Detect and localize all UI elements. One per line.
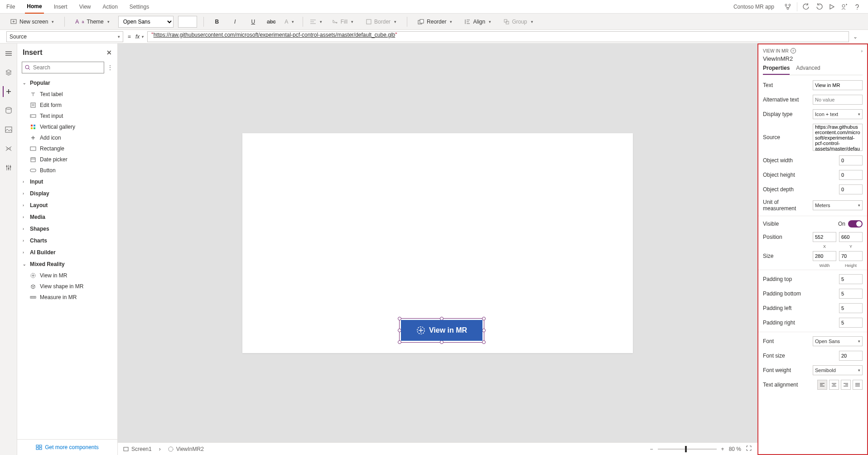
underline-button[interactable]: U	[246, 16, 260, 28]
align-button[interactable]: Align▾	[461, 16, 495, 28]
insert-view-in-mr[interactable]: View in MR	[17, 270, 117, 281]
insert-vertical-gallery[interactable]: Vertical gallery	[17, 121, 117, 132]
tab-settings[interactable]: Settings	[128, 0, 151, 14]
version-control-icon[interactable]	[781, 0, 794, 13]
insert-edit-form[interactable]: Edit form	[17, 100, 117, 111]
text-align-button[interactable]: ▾	[309, 16, 323, 28]
font-select[interactable]: Open Sans	[118, 16, 174, 28]
rail-media-icon[interactable]	[3, 124, 14, 135]
prop-displaytype-select[interactable]: Icon + text▾	[813, 109, 863, 119]
tab-file[interactable]: File	[5, 0, 17, 14]
canvas-screen[interactable]: View in MR	[242, 133, 633, 353]
bold-button[interactable]: B	[210, 16, 224, 28]
rail-insert-icon[interactable]	[3, 86, 14, 97]
insert-add-icon[interactable]: Add icon	[17, 132, 117, 143]
prop-visible-toggle[interactable]	[848, 220, 863, 228]
prop-objwidth-input[interactable]	[839, 155, 863, 165]
tab-action[interactable]: Action	[101, 0, 120, 14]
resize-handle-bl[interactable]	[398, 340, 401, 344]
get-more-components-link[interactable]: Get more components	[36, 444, 99, 450]
align-justify-button[interactable]	[853, 380, 863, 390]
border-button[interactable]: Border▾	[362, 16, 400, 28]
more-options-icon[interactable]: ⋮	[107, 64, 113, 71]
insert-button[interactable]: Button	[17, 165, 117, 176]
prop-position-y-input[interactable]	[839, 232, 863, 242]
align-center-button[interactable]	[829, 380, 839, 390]
insert-rectangle[interactable]: Rectangle	[17, 143, 117, 154]
rail-data-icon[interactable]	[3, 105, 14, 116]
resize-handle-tr[interactable]	[482, 317, 486, 320]
prop-text-input[interactable]	[813, 80, 863, 90]
tab-insert[interactable]: Insert	[52, 0, 69, 14]
rail-tree-icon[interactable]	[3, 48, 14, 59]
breadcrumb-control[interactable]: ViewInMR2	[168, 446, 204, 452]
font-color-button[interactable]: A▾	[283, 16, 296, 28]
prop-padright-input[interactable]	[839, 318, 863, 328]
rail-layers-icon[interactable]	[3, 67, 14, 78]
breadcrumb-screen[interactable]: Screen1	[123, 446, 152, 452]
category-mixed-reality[interactable]: ⌄Mixed Reality	[17, 258, 117, 270]
category-popular[interactable]: ⌄Popular	[17, 77, 117, 89]
prop-unit-select[interactable]: Meters▾	[813, 200, 863, 210]
insert-measure-in-mr[interactable]: Measure in MR	[17, 292, 117, 303]
insert-text-input[interactable]: Text input	[17, 111, 117, 121]
prop-source-input[interactable]: https://raw.githubusercontent.com/micros…	[813, 124, 863, 151]
align-right-button[interactable]	[841, 380, 851, 390]
font-size-input[interactable]	[178, 16, 197, 28]
rail-variables-icon[interactable]	[3, 143, 14, 154]
tab-home[interactable]: Home	[25, 0, 43, 14]
insert-search[interactable]	[22, 62, 104, 73]
prop-objheight-input[interactable]	[839, 170, 863, 180]
prop-size-w-input[interactable]	[813, 251, 836, 261]
expand-formula-icon[interactable]: ⌄	[849, 34, 862, 40]
category-shapes[interactable]: ›Shapes	[17, 223, 117, 235]
prop-padleft-input[interactable]	[839, 303, 863, 313]
insert-text-label[interactable]: Text label	[17, 89, 117, 100]
resize-handle-br[interactable]	[482, 340, 486, 344]
rail-advanced-icon[interactable]	[3, 162, 14, 173]
prop-font-select[interactable]: Open Sans▾	[813, 336, 863, 346]
group-button[interactable]: Group▾	[500, 16, 537, 28]
fit-screen-icon[interactable]	[746, 445, 752, 453]
formula-input[interactable]: "https://raw.githubusercontent.com/micro…	[147, 31, 849, 42]
category-display[interactable]: ›Display	[17, 188, 117, 199]
zoom-slider[interactable]	[658, 449, 717, 450]
undo-icon[interactable]	[800, 0, 813, 13]
zoom-in-button[interactable]: +	[721, 446, 724, 452]
panel-collapse-icon[interactable]: ›	[861, 48, 863, 53]
prop-objdepth-input[interactable]	[839, 184, 863, 194]
reorder-button[interactable]: Reorder▾	[414, 16, 456, 28]
view-in-mr-button[interactable]: View in MR	[401, 320, 482, 341]
prop-padtop-input[interactable]	[839, 274, 863, 284]
italic-button[interactable]: I	[228, 16, 242, 28]
share-icon[interactable]	[838, 0, 851, 13]
prop-alttext-input[interactable]	[813, 95, 863, 105]
property-select[interactable]: Source▾	[6, 31, 123, 42]
panel-help-icon[interactable]: ?	[791, 48, 796, 53]
prop-fontsize-input[interactable]	[839, 351, 863, 361]
fill-button[interactable]: Fill▾	[328, 16, 357, 28]
tab-view[interactable]: View	[77, 0, 93, 14]
new-screen-button[interactable]: New screen▾	[6, 16, 58, 28]
advanced-tab[interactable]: Advanced	[796, 65, 820, 75]
insert-view-shape-in-mr[interactable]: View shape in MR	[17, 281, 117, 292]
category-layout[interactable]: ›Layout	[17, 199, 117, 211]
close-panel-icon[interactable]: ✕	[106, 49, 112, 56]
prop-size-h-input[interactable]	[839, 251, 863, 261]
properties-tab[interactable]: Properties	[763, 65, 790, 75]
zoom-out-button[interactable]: −	[650, 446, 653, 452]
resize-handle-bm[interactable]	[440, 340, 444, 344]
align-left-button[interactable]	[817, 380, 827, 390]
category-media[interactable]: ›Media	[17, 211, 117, 223]
category-ai-builder[interactable]: ›AI Builder	[17, 247, 117, 258]
redo-icon[interactable]	[813, 0, 825, 13]
category-input[interactable]: ›Input	[17, 176, 117, 188]
fx-label[interactable]: fx▾	[135, 34, 144, 40]
prop-fontweight-select[interactable]: Semibold▾	[813, 365, 863, 375]
search-input[interactable]	[33, 64, 101, 71]
play-icon[interactable]	[825, 0, 838, 13]
theme-button[interactable]: AaTheme▾	[71, 16, 113, 28]
category-charts[interactable]: ›Charts	[17, 235, 117, 247]
prop-position-x-input[interactable]	[813, 232, 836, 242]
strikethrough-button[interactable]: abc	[265, 16, 278, 28]
